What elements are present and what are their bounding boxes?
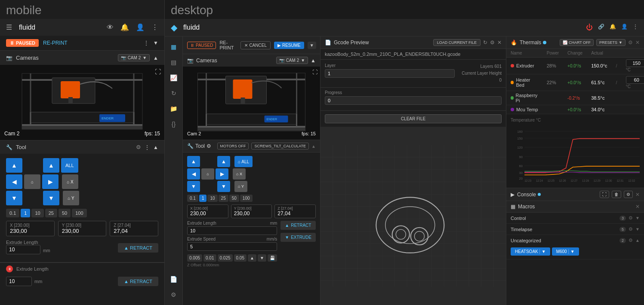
heatsoak-macro-btn[interactable]: HEATSOAK ▼ (511, 247, 550, 256)
move-z-up-btn[interactable]: ▲ (43, 158, 59, 173)
uncategorized-gear-icon[interactable]: ⚙ (629, 238, 633, 243)
step-01-btn[interactable]: 0.1 (6, 209, 19, 217)
fullscreen-btn-mobile[interactable]: ⛶ (155, 68, 161, 75)
console-settings-btn[interactable]: ⚙ (624, 191, 633, 198)
sidebar-folder-icon[interactable]: 📁 (167, 102, 181, 116)
extrude-length-field-bottom[interactable] (6, 277, 32, 286)
offset-0025-btn[interactable]: 0.025 (218, 254, 233, 262)
control-gear-icon[interactable]: ⚙ (629, 215, 633, 221)
extrude-length-input-d[interactable] (187, 226, 277, 235)
cam-select-mobile[interactable]: 📷 CAM 2 ▼ (118, 54, 150, 61)
reprint-button[interactable]: RE-PRINT (43, 40, 68, 46)
home-y-btn[interactable]: ⌂ Y (63, 191, 79, 205)
link-icon[interactable]: 🔗 (598, 24, 604, 31)
move-right-btn-d[interactable]: ▶ (216, 168, 228, 180)
extruder-target-input[interactable] (626, 59, 644, 67)
control-category-header[interactable]: Control 3 ⚙ ▼ (506, 213, 644, 223)
move-right-btn[interactable]: ▶ (42, 174, 59, 189)
move-z-up-btn-d[interactable]: ▲ (217, 156, 230, 167)
extrude-speed-input-d[interactable] (187, 242, 277, 251)
bell-icon-desktop[interactable]: 🔔 (610, 24, 616, 31)
offset-001-btn[interactable]: 0.01 (203, 254, 216, 262)
sidebar-file-icon[interactable]: 📄 (167, 272, 181, 286)
eye-icon[interactable]: 👁 (107, 24, 114, 31)
offset-0005-btn[interactable]: 0.005 (187, 254, 202, 262)
resume-btn-desktop[interactable]: ▶ RESUME (274, 42, 304, 49)
screws-btn[interactable]: SCREWS_TILT_CALCULATE (251, 143, 309, 149)
more-dots-tool-icon[interactable]: ⋮ (145, 144, 150, 150)
move-z-down-btn[interactable]: ▼ (43, 191, 59, 205)
cameras-header-mobile[interactable]: 📷 Cameras 📷 CAM 2 ▼ ▲ (0, 51, 164, 65)
uncategorized-chevron-icon[interactable]: ▲ (635, 238, 640, 243)
step-100-btn[interactable]: 100 (72, 209, 86, 217)
retract-btn-mobile[interactable]: ▲ RETRACT (118, 243, 158, 253)
timelapse-gear-icon[interactable]: ⚙ (629, 226, 633, 232)
presets-btn[interactable]: PRESETS ▼ (596, 39, 626, 46)
sidebar-chart-icon[interactable]: 📈 (167, 71, 181, 85)
gcode-close-icon[interactable]: ✕ (497, 40, 502, 46)
reprint-btn-desktop[interactable]: RE-PRINT (219, 40, 234, 50)
uncategorized-category-header[interactable]: Uncategorized 2 ⚙ ▲ (506, 235, 644, 246)
more-dots-icon[interactable]: ⋮ (144, 40, 149, 46)
collapse-cam-icon-d[interactable]: ▲ (311, 58, 316, 64)
sidebar-history-icon[interactable]: ↻ (167, 86, 181, 100)
offset-up-btn[interactable]: ▲ (248, 254, 256, 262)
thermals-close-icon[interactable]: ✕ (635, 40, 640, 46)
power-icon[interactable]: ⏻ (586, 24, 593, 31)
gcode-settings-icon[interactable]: ⚙ (490, 40, 495, 46)
move-left-btn-d[interactable]: ◀ (187, 168, 200, 180)
motors-off-btn[interactable]: MOTORS OFF (217, 143, 249, 149)
move-down-btn-d[interactable]: ▼ (187, 181, 200, 192)
step-1-btn-d[interactable]: 1 (199, 195, 207, 202)
collapse-tool-icon-d[interactable]: ▲ (311, 144, 316, 149)
timelapse-category-header[interactable]: Timelapse 5 ⚙ ▼ (506, 224, 644, 235)
control-chevron-icon[interactable]: ▼ (635, 216, 640, 220)
sidebar-dashboard-icon[interactable]: ▦ (167, 40, 181, 54)
sidebar-settings-icon[interactable]: ⚙ (167, 288, 181, 302)
heatbed-target-input[interactable] (626, 76, 644, 84)
m600-chevron[interactable]: ▼ (568, 249, 575, 254)
offset-005-btn[interactable]: 0.05 (234, 254, 247, 262)
home-all-btn-d[interactable]: ⌂ ALL (234, 156, 253, 167)
step-50-btn-d[interactable]: 50 (229, 195, 239, 202)
cam-select-desktop[interactable]: 📷 CAM 2 ▼ (276, 57, 308, 64)
layer-input[interactable] (325, 69, 455, 78)
m600-macro-btn[interactable]: M600 ▼ (552, 247, 579, 256)
move-left-btn[interactable]: ◀ (6, 174, 22, 189)
bell-icon[interactable]: 🔔 (120, 23, 129, 31)
retract-btn-d[interactable]: ▲ RETRACT (280, 221, 316, 230)
console-expand-btn[interactable]: ⛶ (600, 191, 609, 198)
home-xy-btn[interactable]: ⌂ (24, 174, 40, 189)
move-z-down-btn-d[interactable]: ▼ (217, 181, 230, 192)
tool-gear-icon[interactable]: ⚙ (136, 144, 141, 150)
sidebar-layers-icon[interactable]: ▤ (167, 55, 181, 69)
dots-icon-desktop[interactable]: ⋮ (633, 24, 638, 31)
load-current-btn[interactable]: LOAD CURRENT FILE (433, 39, 481, 46)
macros-close-icon[interactable]: ✕ (635, 204, 640, 210)
extrude-btn-d[interactable]: ▼ EXTRUDE (280, 233, 316, 242)
step-10-btn-d[interactable]: 10 (207, 195, 217, 202)
home-x-btn-d[interactable]: ⌂ X (233, 168, 246, 180)
step-100-btn-d[interactable]: 100 (240, 195, 253, 202)
dropdown-arrow-btn[interactable]: ▼ (308, 42, 316, 49)
tool-header-mobile[interactable]: 🔧 Tool ⚙ ⋮ ▲ (0, 140, 164, 154)
home-all-btn[interactable]: ALL (61, 158, 78, 173)
tool-gear-icon-d[interactable]: ⚙ (206, 143, 211, 149)
timelapse-chevron-icon[interactable]: ▼ (635, 227, 640, 232)
person-icon-desktop[interactable]: 👤 (621, 24, 628, 31)
move-down-btn[interactable]: ▼ (6, 191, 22, 205)
offset-down-btn[interactable]: ▼ (258, 254, 266, 262)
collapse-tool-icon[interactable]: ▲ (153, 144, 158, 150)
heatsoak-chevron[interactable]: ▼ (539, 249, 546, 254)
progress-input[interactable] (325, 96, 502, 105)
retract-btn-bottom[interactable]: ▲ RETRACT (118, 277, 158, 286)
thermals-settings-icon[interactable]: ⚙ (628, 40, 633, 46)
home-xy-btn-d[interactable]: ⌂ (201, 168, 214, 180)
clear-file-btn[interactable]: CLEAR FILE (325, 114, 502, 123)
collapse-cameras-icon[interactable]: ▲ (153, 55, 158, 61)
step-01-btn-d[interactable]: 0.1 (187, 195, 198, 202)
step-1-btn[interactable]: 1 (21, 209, 30, 217)
gcode-refresh-icon[interactable]: ↻ (483, 40, 487, 46)
step-25-btn[interactable]: 25 (45, 209, 57, 217)
chart-off-btn[interactable]: 📈 CHART OFF (560, 39, 594, 46)
